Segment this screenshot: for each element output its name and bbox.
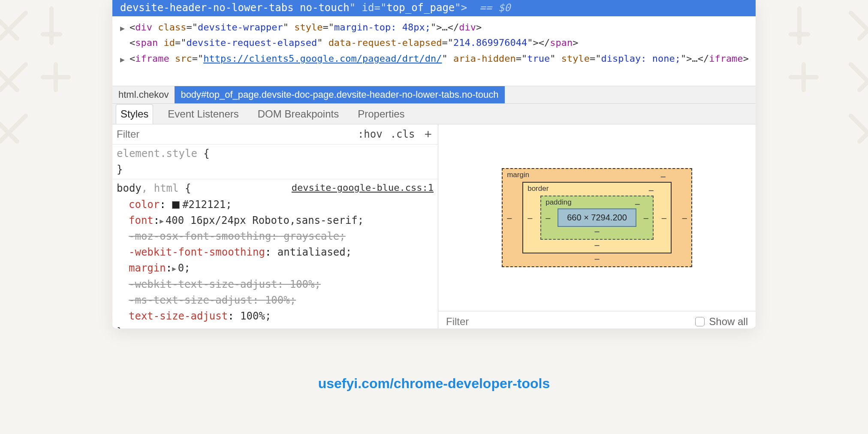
- box-model[interactable]: margin – – – – border – – – – padding: [438, 124, 756, 311]
- breadcrumb: html.chekov body#top_of_page.devsite-doc…: [112, 86, 756, 104]
- new-rule-button[interactable]: +: [422, 127, 434, 142]
- color-swatch-icon[interactable]: [172, 201, 180, 209]
- expand-arrow-icon[interactable]: ▶: [120, 53, 125, 66]
- cls-toggle[interactable]: .cls: [390, 128, 415, 140]
- css-prop[interactable]: font:▶400 16px/24px Roboto,sans-serif;: [117, 213, 434, 229]
- css-prop-overridden[interactable]: -ms-text-size-adjust: 100%;: [117, 292, 434, 308]
- tab-properties[interactable]: Properties: [353, 105, 409, 124]
- dom-row[interactable]: ▶ <div class="devsite-wrapper" style="ma…: [130, 20, 751, 35]
- rule-body-html[interactable]: devsite-google-blue.css:1 body, html { c…: [112, 179, 438, 329]
- footer-link[interactable]: usefyi.com/chrome-developer-tools: [318, 376, 550, 392]
- rule-source-link[interactable]: devsite-google-blue.css:1: [292, 181, 434, 195]
- selected-element-line[interactable]: devsite-header-no-lower-tabs no-touch" i…: [112, 0, 756, 16]
- styles-filter-row: :hov .cls +: [112, 124, 438, 145]
- css-prop-overridden[interactable]: -moz-osx-font-smoothing: grayscale;: [117, 229, 434, 244]
- computed-filter-row: Show all: [438, 311, 756, 329]
- box-model-margin[interactable]: margin – – – – border – – – – padding: [502, 168, 692, 267]
- showall-label: Show all: [709, 316, 748, 328]
- expand-arrow-icon[interactable]: ▶: [120, 22, 125, 35]
- box-model-border[interactable]: border – – – – padding – – – – 66: [522, 182, 672, 253]
- computed-filter-input[interactable]: [446, 316, 695, 328]
- dom-row[interactable]: <span id="devsite-request-elapsed" data-…: [130, 35, 751, 51]
- rule-element-style[interactable]: element.style { }: [112, 145, 438, 179]
- selected-classes: devsite-header-no-lower-tabs no-touch: [120, 2, 350, 14]
- styles-panel: :hov .cls + element.style { } devsite-go…: [112, 124, 438, 329]
- hov-toggle[interactable]: :hov: [358, 128, 383, 140]
- breadcrumb-item[interactable]: html.chekov: [112, 86, 175, 103]
- tab-dom-breakpoints[interactable]: DOM Breakpoints: [253, 105, 343, 124]
- box-model-padding[interactable]: padding – – – – 660 × 7294.200: [540, 196, 654, 240]
- devtools-panel: devsite-header-no-lower-tabs no-touch" i…: [112, 0, 756, 329]
- css-prop[interactable]: color: #212121;: [117, 197, 434, 213]
- box-model-content[interactable]: 660 × 7294.200: [558, 208, 636, 227]
- showall-checkbox[interactable]: [695, 317, 705, 326]
- styles-subtabs: Styles Event Listeners DOM Breakpoints P…: [112, 104, 756, 124]
- css-prop-overridden[interactable]: -webkit-text-size-adjust: 100%;: [117, 277, 434, 292]
- tab-event-listeners[interactable]: Event Listeners: [163, 105, 243, 124]
- css-prop[interactable]: text-size-adjust: 100%;: [117, 308, 434, 324]
- computed-panel: margin – – – – border – – – – padding: [438, 124, 756, 329]
- css-prop[interactable]: margin:▶0;: [117, 260, 434, 276]
- dom-row[interactable]: ▶ <iframe src="https://clients5.google.c…: [130, 51, 751, 66]
- dom-tree[interactable]: ▶ <div class="devsite-wrapper" style="ma…: [112, 16, 756, 86]
- css-rules: element.style { } devsite-google-blue.cs…: [112, 145, 438, 329]
- styles-filter-input[interactable]: [117, 128, 350, 140]
- tab-styles[interactable]: Styles: [116, 104, 153, 124]
- css-prop[interactable]: -webkit-font-smoothing: antialiased;: [117, 244, 434, 260]
- breadcrumb-item-active[interactable]: body#top_of_page.devsite-doc-page.devsit…: [175, 86, 504, 103]
